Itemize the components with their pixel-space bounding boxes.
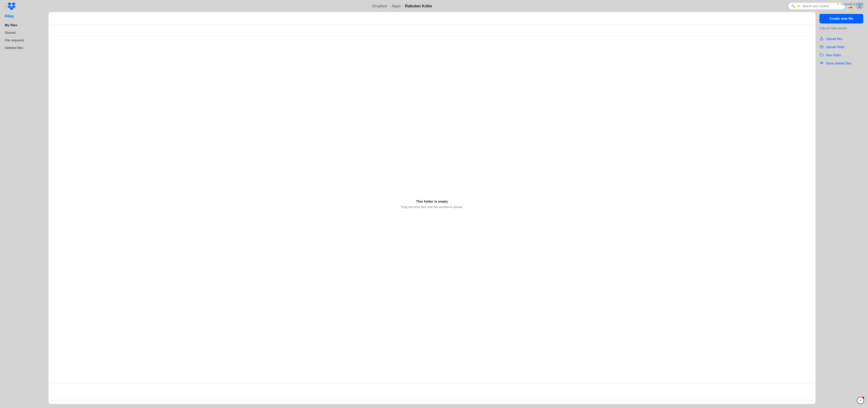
- breadcrumb: Dropbox › Apps › Rakuten Kobo: [372, 4, 432, 8]
- create-new-file-button[interactable]: Create new file: [819, 14, 863, 24]
- breadcrumb-sep1: ›: [389, 4, 390, 8]
- sidebar-item-deleted-files-label: Deleted files: [5, 46, 24, 50]
- sidebar-item-shared[interactable]: Shared: [5, 31, 44, 35]
- empty-folder-section: This folder is empty Drag and drop files…: [49, 36, 815, 372]
- top-divider: [49, 12, 815, 12]
- sidebar-item-file-requests-label: File requests: [5, 38, 24, 42]
- sidebar: Files My files Shared File requests Dele…: [5, 12, 44, 404]
- new-folder-icon: [819, 53, 824, 58]
- upload-folder-icon: [819, 44, 824, 50]
- upgrade-link[interactable]: ★ Upgrade account: [837, 2, 863, 6]
- divider-2: [49, 24, 815, 24]
- breadcrumb-dropbox[interactable]: Dropbox: [372, 4, 387, 8]
- access-text: Only you have access: [819, 27, 863, 30]
- breadcrumb-sep2: ›: [402, 4, 403, 8]
- folder-search-icon: 📁: [797, 4, 801, 8]
- search-input[interactable]: [802, 4, 842, 8]
- topbar: ★ Upgrade account ‹ Dropbox › Apps › Rak…: [0, 0, 868, 12]
- breadcrumb-nav: Dropbox › Apps › Rakuten Kobo: [16, 4, 788, 8]
- action-list: Upload files Upload folder New fold: [819, 36, 863, 66]
- upload-files-icon: [819, 36, 824, 41]
- new-folder-item[interactable]: New folder: [819, 53, 863, 58]
- panel-divider: [819, 33, 863, 33]
- svg-rect-1: [820, 39, 823, 40]
- svg-point-2: [820, 62, 823, 64]
- show-deleted-icon: [819, 61, 824, 66]
- breadcrumb-apps[interactable]: Apps: [392, 4, 401, 8]
- sidebar-files-heading[interactable]: Files: [5, 14, 44, 19]
- star-icon: ★: [837, 2, 840, 6]
- check-mark-icon: ✓: [859, 399, 862, 402]
- show-deleted-files-item[interactable]: Show deleted files: [819, 61, 863, 66]
- main-layout: Files My files Shared File requests Dele…: [0, 12, 868, 408]
- search-icon: 🔍: [791, 4, 795, 8]
- show-deleted-label: Show deleted files: [826, 62, 852, 65]
- divider-4: [49, 384, 815, 384]
- sidebar-nav: My files Shared File requests Deleted fi…: [5, 23, 44, 50]
- sidebar-item-deleted-files[interactable]: Deleted files: [5, 46, 44, 50]
- sidebar-item-file-requests[interactable]: File requests: [5, 38, 44, 42]
- dropbox-logo-icon: [7, 2, 16, 10]
- back-chevron-icon[interactable]: ‹: [5, 4, 6, 8]
- empty-folder-title: This folder is empty: [416, 200, 448, 203]
- sidebar-item-my-files-label: My files: [5, 23, 17, 27]
- sidebar-item-shared-label: Shared: [5, 31, 16, 35]
- topbar-left: ‹: [5, 2, 16, 10]
- sidebar-item-my-files[interactable]: My files: [5, 23, 44, 27]
- breadcrumb-current: Rakuten Kobo: [405, 4, 432, 8]
- upload-folder-label: Upload folder: [826, 45, 845, 49]
- upload-files-label: Upload files: [826, 37, 842, 41]
- empty-folder-subtitle: Drag and drop files onto this window to …: [401, 205, 463, 209]
- upgrade-label: Upgrade account: [841, 2, 863, 6]
- status-check-indicator: ✓: [857, 397, 864, 404]
- red-dot-indicator: [862, 397, 864, 399]
- content-area: This folder is empty Drag and drop files…: [49, 12, 815, 404]
- new-folder-label: New folder: [826, 54, 841, 57]
- upload-folder-item[interactable]: Upload folder: [819, 44, 863, 50]
- svg-point-3: [821, 62, 822, 63]
- upload-files-item[interactable]: Upload files: [819, 36, 863, 41]
- dropbox-logo[interactable]: ‹: [5, 2, 16, 10]
- right-panel: Create new file Only you have access Upl…: [819, 12, 863, 404]
